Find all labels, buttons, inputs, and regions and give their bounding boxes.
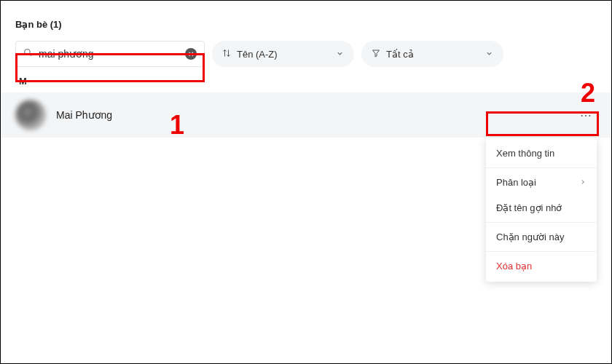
menu-item-label: Chặn người này — [496, 232, 564, 242]
menu-item-categorize[interactable]: Phân loại — [486, 170, 597, 195]
filter-dropdown[interactable]: Tất cả — [361, 41, 503, 67]
svg-line-1 — [29, 54, 31, 56]
menu-divider — [486, 167, 597, 168]
search-box[interactable]: ✕ — [15, 41, 205, 67]
sort-dropdown[interactable]: Tên (A-Z) — [212, 41, 354, 67]
search-input[interactable] — [39, 48, 185, 60]
menu-item-unfriend[interactable]: Xóa bạn — [486, 253, 597, 279]
sort-icon — [222, 49, 231, 60]
menu-item-label: Đặt tên gợi nhớ — [496, 202, 562, 213]
menu-divider — [486, 251, 597, 252]
menu-item-block[interactable]: Chặn người này — [486, 224, 597, 250]
menu-item-nickname[interactable]: Đặt tên gợi nhớ — [486, 195, 597, 221]
more-icon: ⋯ — [580, 108, 592, 122]
svg-point-0 — [25, 50, 31, 55]
friend-name: Mai Phương — [56, 109, 575, 121]
svg-marker-2 — [373, 50, 380, 57]
context-menu: Xem thông tin Phân loại Đặt tên gợi nhớ … — [486, 138, 597, 282]
menu-item-label: Xem thông tin — [496, 148, 554, 159]
more-button[interactable]: ⋯ — [575, 105, 597, 125]
search-icon — [23, 48, 33, 60]
chevron-down-icon — [336, 50, 344, 59]
clear-icon[interactable]: ✕ — [185, 48, 197, 60]
avatar — [15, 100, 46, 130]
page-title: Bạn bè (1) — [1, 1, 611, 41]
menu-divider — [486, 222, 597, 223]
menu-item-label: Xóa bạn — [496, 261, 532, 272]
controls-row: ✕ Tên (A-Z) Tất cả — [1, 41, 611, 67]
menu-item-view-info[interactable]: Xem thông tin — [486, 141, 597, 166]
chevron-down-icon — [485, 50, 493, 59]
filter-label: Tất cả — [386, 49, 414, 60]
menu-item-label: Phân loại — [496, 177, 536, 188]
section-letter: M — [1, 67, 611, 92]
filter-icon — [372, 49, 380, 60]
sort-label: Tên (A-Z) — [237, 49, 278, 60]
friend-row[interactable]: Mai Phương ⋯ — [1, 92, 611, 138]
chevron-right-icon — [579, 178, 586, 187]
